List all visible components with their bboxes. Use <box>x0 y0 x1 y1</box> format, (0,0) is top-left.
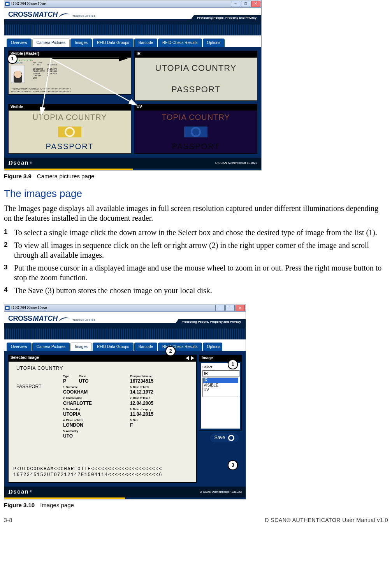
tab-camera-pictures[interactable]: Camera Pictures <box>32 343 70 351</box>
tab-options[interactable]: Options <box>203 39 225 47</box>
select-option-uv[interactable]: UV <box>203 388 238 393</box>
page-number: 3-8 <box>4 517 12 524</box>
tagline: Protecting People, Property and Privacy <box>190 15 262 21</box>
titlebar-2: D SCAN Show Case – □ ✕ <box>4 304 246 312</box>
swoosh-icon <box>58 316 70 323</box>
minimize-button[interactable]: – <box>215 305 225 311</box>
tab-camera-pictures[interactable]: Camera Pictures <box>32 39 70 47</box>
panel-visible-master: Visible (Master) UTOPIA COUNTRY PASSPORT… <box>8 51 131 101</box>
svg-rect-6 <box>6 307 9 309</box>
visible-image[interactable]: UTOPIA COUNTRY PASSPORT <box>8 110 131 154</box>
titlebar: D SCAN Show Care – □ ✕ <box>4 0 261 8</box>
callout-1b: 1 <box>228 359 238 369</box>
section-heading: The images page <box>4 187 388 200</box>
select-option-visible[interactable]: VISIBLE <box>203 383 238 388</box>
tab-rfid-check-results[interactable]: RFID Check Results <box>158 343 202 351</box>
portrait-photo <box>11 65 25 83</box>
tab-images[interactable]: Images <box>70 343 92 351</box>
images-frame: Selected Image UTOPIA COUNTRY PASSPORT T… <box>4 351 246 487</box>
maximize-button[interactable]: □ <box>241 1 250 7</box>
tabbar-39: Overview Camera Pictures Images RFID Dat… <box>4 38 261 47</box>
window-buttons: – □ ✕ <box>231 1 260 7</box>
callout-2: 2 <box>165 346 176 356</box>
dscan-logo: Dscan® <box>8 159 32 167</box>
tab-overview[interactable]: Overview <box>7 39 32 47</box>
select-dropdown-list[interactable]: IR VISIBLE UV <box>202 378 238 397</box>
emblem-icon <box>58 127 81 137</box>
select-label: Select <box>202 365 212 369</box>
maximize-button[interactable]: □ <box>225 305 235 311</box>
save-button[interactable]: Save <box>209 433 239 443</box>
panel-head-visible: Visible <box>8 104 131 111</box>
panel-visible: Visible UTOPIA COUNTRY PASSPORT <box>8 104 131 154</box>
step-4: The Save (3) button stores the chosen im… <box>4 286 388 295</box>
tab-rfid-data-groups[interactable]: RFID Data Groups <box>93 343 134 351</box>
tagline: Protecting People, Property and Privacy <box>175 319 246 325</box>
step-3: Put the mouse cursor in a displayed imag… <box>4 263 388 283</box>
passport-bio-image[interactable]: UTOPIA COUNTRY PASSPORT Type Code P UTO … <box>8 57 131 95</box>
select-input[interactable] <box>202 370 240 377</box>
tab-rfid-check-results[interactable]: RFID Check Results <box>158 39 202 47</box>
product-footer-text: D SCAN Authenticator 131023 <box>215 161 257 165</box>
callout-1: 1 <box>7 54 18 64</box>
app-icon <box>5 306 10 310</box>
image-select-panel: Select IR VISIBLE UV <box>201 363 240 429</box>
panel-head-uv: UV <box>134 104 257 111</box>
figure-310-caption: Figure 3.10Images page <box>4 502 388 509</box>
select-option-ir[interactable]: IR <box>203 378 238 383</box>
barcode-decoration <box>4 25 261 35</box>
step-1: To select a single image click the down … <box>4 228 388 237</box>
minimize-button[interactable]: – <box>231 1 240 7</box>
product-footer-text: D SCAN Authenticator 131023 <box>200 490 242 494</box>
ir-image[interactable]: UTOPIA COUNTRY PASSPORT <box>134 57 257 101</box>
manual-title: D SCAN® AUTHENTICATOR User Manual v1.0 <box>265 517 388 524</box>
tab-barcode[interactable]: Barcode <box>134 39 157 47</box>
emblem-uv-icon <box>184 127 207 137</box>
dscan-logo: Dscan® <box>8 488 32 496</box>
tab-options[interactable]: Options <box>203 343 222 351</box>
selected-image-view[interactable]: UTOPIA COUNTRY PASSPORT Type Code P UTO <box>8 361 197 483</box>
crossmatch-logo: CROSSMATCH TECHNOLOGIES <box>8 314 96 323</box>
swoosh-icon <box>58 12 70 19</box>
tab-overview[interactable]: Overview <box>7 343 32 351</box>
panel-head-visible-master: Visible (Master) <box>8 51 131 57</box>
next-image-arrow-icon[interactable] <box>191 356 194 360</box>
close-button[interactable]: ✕ <box>251 1 260 7</box>
fig39-window: D SCAN Show Care – □ ✕ CROSSMATCH TECHNO… <box>4 0 262 170</box>
tab-barcode[interactable]: Barcode <box>134 343 157 351</box>
prev-image-arrow-icon[interactable] <box>186 356 189 360</box>
tagline-strip: Protecting People, Property and Privacy <box>4 19 261 25</box>
tabbar-310: Overview Camera Pictures Images RFID Dat… <box>4 342 246 351</box>
tab-images[interactable]: Images <box>70 39 92 47</box>
yellow-accent-line <box>4 169 261 170</box>
app-footer: Dscan® D SCAN Authenticator 131023 <box>4 158 261 169</box>
panel-head-ir: IR <box>134 51 257 57</box>
close-button[interactable]: ✕ <box>236 305 245 311</box>
figure-39-caption: Figure 3.9Camera pictures page <box>4 173 388 180</box>
svg-rect-1 <box>6 3 9 5</box>
page-footer: 3-8 D SCAN® AUTHENTICATOR User Manual v1… <box>4 517 388 524</box>
panel-uv: UV TOPIA COUNTRY PASSPORT <box>134 104 257 154</box>
instruction-list: To select a single image click the down … <box>4 228 388 295</box>
crossmatch-logo: CROSSMATCH TECHNOLOGIES <box>8 10 96 19</box>
barcode-decoration <box>4 329 246 339</box>
app-icon <box>5 2 10 6</box>
save-disc-icon <box>228 435 234 441</box>
fig310-window: D SCAN Show Case – □ ✕ CROSSMATCH TECHNO… <box>4 304 246 499</box>
section-intro: The Images page displays all available i… <box>4 204 388 223</box>
window-title: D SCAN Show Care <box>11 2 229 7</box>
callout-3: 3 <box>228 460 238 470</box>
uv-image[interactable]: TOPIA COUNTRY PASSPORT <box>134 110 257 154</box>
panel-ir: IR UTOPIA COUNTRY PASSPORT <box>134 51 257 101</box>
step-2: To view all images in sequence click on … <box>4 241 388 260</box>
tab-rfid-data-groups[interactable]: RFID Data Groups <box>93 39 134 47</box>
camera-pictures-frame: Visible (Master) UTOPIA COUNTRY PASSPORT… <box>4 47 261 158</box>
window-title-2: D SCAN Show Case <box>11 306 214 311</box>
